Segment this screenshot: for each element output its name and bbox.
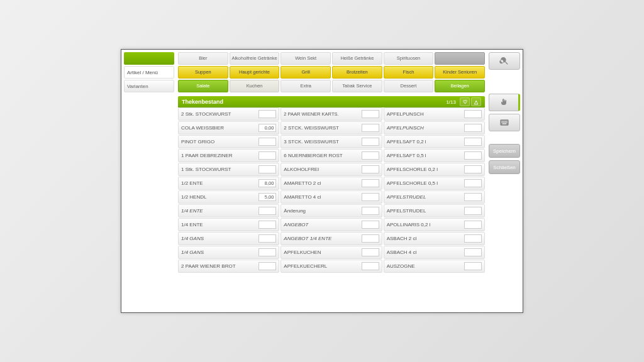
list-item[interactable]: 1/2 ENTE8,00 [178, 177, 279, 190]
list-item[interactable]: APFELPUNSCH [384, 107, 485, 121]
category-tab[interactable]: Extra [280, 80, 331, 92]
list-item-qty[interactable] [362, 234, 379, 243]
category-tab[interactable]: Suppen [178, 66, 228, 79]
close-button[interactable]: Schließen [489, 160, 520, 174]
list-item-qty[interactable] [258, 234, 276, 243]
category-tab[interactable]: Haupt gerichte [230, 66, 280, 79]
list-item-qty[interactable] [362, 248, 379, 256]
list-item-qty[interactable] [464, 262, 482, 270]
keyboard-button[interactable] [489, 114, 520, 131]
list-item[interactable]: APFELSAFT 0,5 l [384, 149, 485, 162]
list-item[interactable]: 2 STCK. WEISSWURST [280, 121, 382, 134]
list-item[interactable]: 1 PAAR DEBREZINER [178, 149, 279, 162]
list-item[interactable]: 1/4 ENTE [178, 204, 279, 217]
list-item-qty[interactable] [464, 138, 482, 146]
list-item-qty[interactable] [258, 262, 276, 270]
list-item-qty[interactable] [362, 124, 379, 132]
category-tab[interactable]: Alkoholfreie Getränke [230, 52, 280, 65]
list-item-qty[interactable] [464, 151, 482, 160]
list-item[interactable]: APFELSCHORLE 0,5 l [384, 177, 485, 190]
list-item-qty[interactable]: 5,00 [258, 193, 276, 201]
list-item-qty[interactable] [362, 165, 379, 173]
list-item[interactable]: AMARETTO 4 cl [280, 190, 382, 204]
list-item[interactable]: ASBACH 4 cl [384, 246, 485, 259]
list-item[interactable]: APFELKUECHERL [280, 260, 382, 273]
page-next-button[interactable]: △ [471, 97, 481, 106]
list-item[interactable]: COLA WEISSBIER0,00 [178, 121, 279, 134]
list-item[interactable]: APOLLINARIS 0,2 l [384, 218, 485, 231]
list-item-qty[interactable] [362, 138, 379, 146]
list-item-qty[interactable]: 8,00 [258, 179, 276, 187]
list-item-qty[interactable] [362, 221, 379, 229]
list-item[interactable]: ANGEBOT [280, 218, 382, 231]
list-item-qty[interactable] [258, 165, 276, 173]
list-item-qty[interactable] [464, 234, 482, 243]
list-item-qty[interactable] [258, 248, 276, 256]
category-tab[interactable]: Bier [178, 52, 228, 65]
list-item-qty[interactable] [258, 151, 276, 160]
category-tab[interactable]: Fisch [384, 66, 434, 79]
list-item-qty[interactable] [362, 262, 379, 270]
category-tab[interactable]: Grill [280, 66, 331, 79]
list-item[interactable]: Änderung [280, 204, 382, 217]
category-tab[interactable]: Kinder Senioren [435, 66, 485, 79]
list-item[interactable]: APFELSTRUDEL [384, 204, 485, 217]
list-item[interactable]: APFELSAFT 0,2 l [384, 135, 485, 148]
list-item-qty[interactable] [362, 193, 379, 201]
list-item[interactable]: 2 PAAR WIENER BROT [178, 260, 279, 273]
list-item[interactable]: ALKOHOLFREI [280, 163, 382, 176]
list-item[interactable]: 2 Stk. STOCKWURST [178, 107, 279, 121]
category-tab[interactable]: Brotzeiten [332, 66, 382, 79]
list-item-qty[interactable] [258, 110, 276, 118]
list-item-qty[interactable] [464, 179, 482, 187]
list-item[interactable]: PINOT GRIGO [178, 135, 279, 148]
category-tab[interactable]: Beilagen [435, 80, 485, 92]
category-tab[interactable]: Heiße Getränke [332, 52, 382, 65]
list-item-qty[interactable] [362, 179, 379, 187]
list-item[interactable]: APFELSTRUDEL [384, 190, 485, 204]
list-item-qty[interactable] [464, 165, 482, 173]
list-item-qty[interactable] [464, 110, 482, 118]
list-item[interactable]: 1/2 HENDL5,00 [178, 190, 279, 204]
category-tab[interactable]: Wein Sekt [280, 52, 331, 65]
category-tab[interactable]: Salate [178, 80, 228, 92]
category-tab[interactable]: Kuchen [230, 80, 280, 92]
list-item[interactable]: AUSZOGNE [384, 260, 485, 273]
sidebar-item-artikel[interactable]: Artikel / Menü [124, 66, 174, 79]
category-tab[interactable]: Dessert [384, 80, 434, 92]
list-item-qty[interactable] [258, 221, 276, 229]
list-item[interactable]: APFELKUCHEN [280, 246, 382, 259]
list-item[interactable]: APFELSCHORLE 0,2 l [384, 163, 485, 176]
touch-button[interactable] [489, 94, 520, 111]
list-item-qty[interactable] [464, 207, 482, 215]
list-item[interactable]: 1/4 GANS [178, 246, 279, 259]
list-item[interactable]: 1/4 ENTE [178, 218, 279, 231]
sidebar-item-varianten[interactable]: Varianten [124, 80, 174, 92]
list-item-qty[interactable] [362, 110, 379, 118]
list-item-qty[interactable] [464, 193, 482, 201]
category-tab[interactable]: Spirituosen [384, 52, 434, 65]
list-item-qty[interactable] [362, 151, 379, 160]
save-button[interactable]: Speichern [489, 144, 520, 158]
search-button[interactable] [489, 52, 520, 70]
list-item[interactable]: ANGEBOT 1/4 ENTE [280, 232, 382, 245]
list-item-qty[interactable] [464, 248, 482, 256]
list-item[interactable]: 6 NUERNBERGER ROST [280, 149, 382, 162]
list-item-label: 2 PAAR WIENER BROT [181, 263, 258, 269]
list-item-qty[interactable] [362, 207, 379, 215]
page-prev-button[interactable]: ♡ [460, 97, 470, 106]
list-item[interactable]: 1 Stk. STOCKWURST [178, 163, 279, 176]
list-item[interactable]: 3 STCK. WEISSWURST [280, 135, 382, 148]
list-item[interactable]: 2 PAAR WIENER KARTS. [280, 107, 382, 121]
list-item-qty[interactable]: 0,00 [258, 124, 276, 132]
category-tab[interactable] [435, 52, 485, 65]
list-item[interactable]: APFELPUNSCH [384, 121, 485, 134]
list-item-qty[interactable] [464, 221, 482, 229]
list-item-qty[interactable] [464, 124, 482, 132]
list-item-qty[interactable] [258, 138, 276, 146]
list-item[interactable]: ASBACH 2 cl [384, 232, 485, 245]
category-tab[interactable]: Tabak Service [332, 80, 382, 92]
list-item[interactable]: 1/4 GANS [178, 232, 279, 245]
list-item[interactable]: AMARETTO 2 cl [280, 177, 382, 190]
list-item-qty[interactable] [258, 207, 276, 215]
